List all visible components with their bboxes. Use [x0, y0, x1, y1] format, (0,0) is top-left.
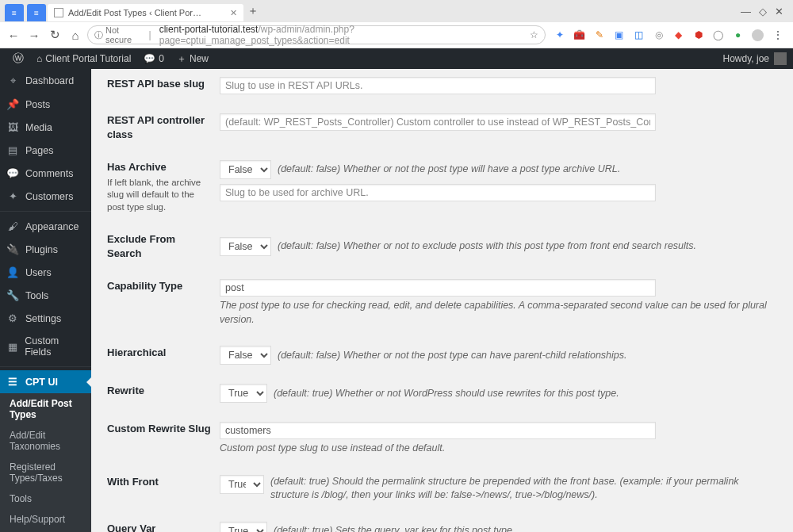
menu-icon: ⌖ [6, 75, 19, 87]
sidebar-item-plugins[interactable]: 🔌Plugins [0, 238, 91, 261]
menu-icon: 🔧 [6, 289, 19, 301]
archive-slug-input[interactable] [220, 184, 656, 201]
sidebar-item-customers[interactable]: ✦Customers [0, 185, 91, 208]
exclude-search-label: Exclude From Search [107, 232, 220, 260]
site-name-menu[interactable]: ⌂Client Portal Tutorial [30, 48, 137, 69]
tab-close-icon[interactable]: ✕ [230, 8, 237, 18]
sidebar-item-users[interactable]: 👤Users [0, 261, 91, 284]
new-label: New [190, 53, 209, 64]
user-avatar[interactable] [774, 52, 787, 65]
rest-base-label: REST API base slug [107, 77, 220, 94]
row-rewrite: Rewrite True (default: true) Whether or … [107, 384, 777, 403]
hierarchical-label: Hierarchical [107, 346, 220, 365]
sidebar-item-custom-fields[interactable]: ▦Custom Fields [0, 330, 91, 363]
url-text: client-portal-tutorial.test/wp-admin/adm… [159, 24, 530, 46]
ext-icon-10[interactable]: ● [732, 29, 744, 41]
howdy-label[interactable]: Howdy, joe [723, 53, 769, 64]
ext-icon-8[interactable]: ⬢ [692, 29, 704, 41]
address-bar[interactable]: ⓘ Not secure | client-portal-tutorial.te… [87, 25, 546, 44]
window-minimize-icon[interactable]: — [741, 6, 751, 17]
submenu-item-add-edit-taxonomies[interactable]: Add/Edit Taxonomies [0, 425, 91, 457]
menu-icon: ☰ [6, 376, 19, 388]
rest-controller-input[interactable] [220, 113, 656, 131]
tab-title: Add/Edit Post Types ‹ Client Por… [68, 8, 201, 17]
rewrite-slug-label: Custom Rewrite Slug [107, 422, 220, 456]
security-status[interactable]: ⓘ Not secure [94, 25, 146, 44]
menu-label: Plugins [25, 244, 58, 255]
menu-label: Appearance [25, 221, 79, 232]
plus-icon: ＋ [177, 52, 186, 66]
sidebar-item-settings[interactable]: ⚙Settings [0, 307, 91, 330]
capability-type-label: Capability Type [107, 279, 220, 327]
sidebar-item-posts[interactable]: 📌Posts [0, 93, 91, 116]
home-button[interactable]: ⌂ [67, 26, 84, 44]
menu-label: Tools [25, 290, 48, 301]
menu-icon: 📌 [6, 98, 19, 110]
ext-icon-3[interactable]: ✎ [593, 29, 605, 41]
wordpress-icon: ⓦ [13, 52, 24, 66]
row-capability-type: Capability Type The post type to use for… [107, 279, 777, 327]
pinned-tab-1[interactable]: ≡ [5, 4, 24, 21]
ext-icon-2[interactable]: 🧰 [573, 29, 585, 41]
sidebar-item-dashboard[interactable]: ⌖Dashboard [0, 69, 91, 93]
exclude-search-select[interactable]: False [220, 237, 271, 256]
sidebar-item-cpt-ui[interactable]: ☰CPT UI [0, 370, 91, 393]
rewrite-select[interactable]: True [220, 384, 267, 403]
menu-label: Comments [25, 168, 73, 179]
ext-icon-1[interactable]: ✦ [554, 29, 565, 41]
menu-icon: 🖼 [6, 121, 19, 133]
ext-icon-6[interactable]: ◎ [653, 29, 665, 41]
with-front-select[interactable]: True [220, 475, 264, 494]
submenu-item-registered-types-taxes[interactable]: Registered Types/Taxes [0, 457, 91, 488]
ext-icon-9[interactable]: ◯ [712, 29, 724, 41]
window-maximize-icon[interactable]: ◇ [759, 6, 767, 17]
exclude-search-desc: (default: false) Whether or not to exclu… [278, 239, 696, 254]
submenu-item-help-support[interactable]: Help/Support [0, 509, 91, 530]
profile-avatar[interactable] [752, 29, 764, 41]
hierarchical-select[interactable]: False [220, 346, 271, 365]
browser-tab-active[interactable]: Add/Edit Post Types ‹ Client Por… ✕ [48, 4, 243, 21]
sidebar-item-comments[interactable]: 💬Comments [0, 162, 91, 185]
has-archive-select[interactable]: False [220, 160, 271, 179]
bookmark-icon[interactable]: ☆ [530, 29, 538, 40]
ext-icon-7[interactable]: ◆ [672, 29, 684, 41]
back-button[interactable]: ← [5, 26, 22, 44]
wp-logo-menu[interactable]: ⓦ [6, 48, 30, 69]
comments-count: 0 [159, 53, 164, 64]
ext-icon-5[interactable]: ◫ [633, 29, 645, 41]
sidebar-item-media[interactable]: 🖼Media [0, 116, 91, 139]
capability-type-desc: The post type to use for checking read, … [220, 299, 777, 327]
with-front-desc: (default: true) Should the permalink str… [270, 475, 777, 503]
pinned-tab-2[interactable]: ≡ [27, 4, 46, 21]
capability-type-input[interactable] [220, 279, 656, 297]
main-content: REST API base slug REST API controller c… [91, 69, 793, 532]
submenu-item-tools[interactable]: Tools [0, 488, 91, 509]
rewrite-slug-input[interactable] [220, 422, 656, 439]
reload-button[interactable]: ↻ [46, 26, 63, 44]
menu-icon: 🔌 [6, 243, 19, 255]
home-icon: ⌂ [36, 53, 42, 64]
extension-toolbar: ✦ 🧰 ✎ ▣ ◫ ◎ ◆ ⬢ ◯ ● ⋮ [549, 29, 788, 41]
browser-toolbar: ← → ↻ ⌂ ⓘ Not secure | client-portal-tut… [0, 22, 793, 48]
sidebar-item-appearance[interactable]: 🖌Appearance [0, 215, 91, 238]
comments-menu[interactable]: 💬0 [137, 48, 170, 69]
rest-controller-label: REST API controller class [107, 113, 220, 141]
rewrite-label: Rewrite [107, 384, 220, 403]
new-tab-button[interactable]: ＋ [243, 2, 262, 20]
menu-icon: ▤ [6, 144, 19, 156]
menu-icon: 🖌 [6, 220, 19, 232]
menu-icon: 👤 [6, 266, 19, 278]
forward-button[interactable]: → [25, 26, 43, 44]
chrome-menu-icon[interactable]: ⋮ [772, 29, 783, 41]
menu-label: Media [25, 122, 52, 133]
rest-base-input[interactable] [220, 77, 656, 94]
rewrite-desc: (default: true) Whether or not WordPress… [274, 387, 619, 401]
window-close-icon[interactable]: ✕ [775, 6, 783, 17]
ext-icon-4[interactable]: ▣ [613, 29, 625, 41]
query-var-select[interactable]: True [220, 522, 267, 532]
new-content-menu[interactable]: ＋New [170, 48, 215, 69]
sidebar-item-tools[interactable]: 🔧Tools [0, 284, 91, 307]
menu-label: Pages [25, 145, 53, 156]
sidebar-item-pages[interactable]: ▤Pages [0, 139, 91, 162]
submenu-item-add-edit-post-types[interactable]: Add/Edit Post Types [0, 393, 91, 425]
